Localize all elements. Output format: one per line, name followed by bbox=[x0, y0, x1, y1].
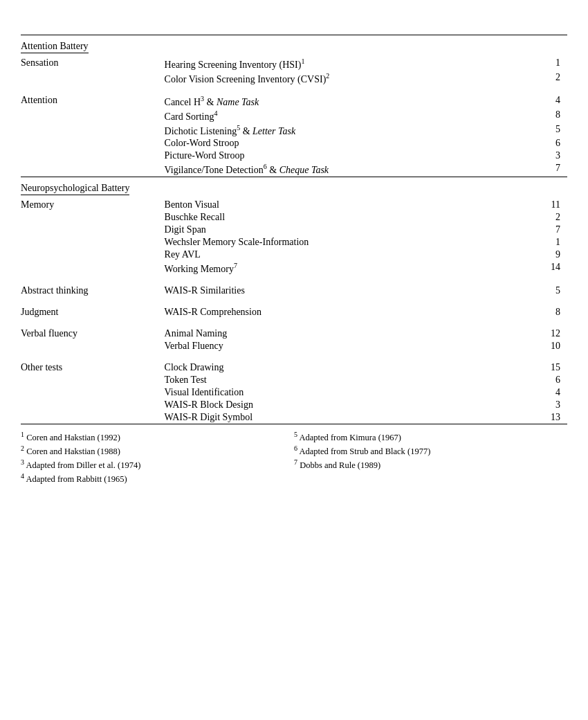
instrument-cell: Working Memory7 bbox=[165, 261, 499, 276]
instrument-cell: WAIS-R Comprehension bbox=[165, 304, 499, 318]
instrument-cell: Dichotic Listening5 & Letter Task bbox=[165, 123, 499, 138]
instrument-cell: Benton Visual bbox=[165, 197, 499, 211]
footnote-right: 5 Adapted from Kimura (1967) bbox=[294, 430, 567, 444]
footnote-row: 2 Coren and Hakstian (1988)6 Adapted fro… bbox=[21, 444, 567, 458]
sequence-cell: 1 bbox=[499, 236, 567, 249]
footnote-right: 6 Adapted from Strub and Black (1977) bbox=[294, 444, 567, 458]
table-row: Buschke Recall2 bbox=[21, 211, 567, 224]
battery-cell: Sensation bbox=[21, 55, 165, 71]
sequence-cell: 10 bbox=[499, 340, 567, 352]
instrument-cell: Card Sorting4 bbox=[165, 109, 499, 123]
instrument-cell: Hearing Screening Inventory (HSI)1 bbox=[165, 55, 499, 71]
section-label: Attention Battery bbox=[21, 41, 89, 53]
sequence-cell: 7 bbox=[499, 162, 567, 177]
sequence-cell: 6 bbox=[499, 374, 567, 386]
table-row: Color Vision Screening Inventory (CVSI)2… bbox=[21, 71, 567, 86]
table-row: Picture-Word Stroop3 bbox=[21, 150, 567, 162]
table-row: Verbal Fluency10 bbox=[21, 340, 567, 352]
sequence-cell: 1 bbox=[499, 55, 567, 71]
instrument-cell: Verbal Fluency bbox=[165, 340, 499, 352]
section-header-row: Neuropsychological Battery bbox=[21, 177, 567, 197]
table-row: Wechsler Memory Scale-Information1 bbox=[21, 236, 567, 249]
table-row: WAIS-R Digit Symbol13 bbox=[21, 411, 567, 424]
sequence-cell: 12 bbox=[499, 325, 567, 340]
battery-cell: Attention bbox=[21, 92, 165, 109]
table-row: Dichotic Listening5 & Letter Task5 bbox=[21, 123, 567, 138]
battery-cell bbox=[21, 399, 165, 411]
table-row: Verbal fluencyAnimal Naming12 bbox=[21, 325, 567, 340]
sequence-cell: 6 bbox=[499, 137, 567, 150]
instrument-cell: Buschke Recall bbox=[165, 211, 499, 224]
battery-cell bbox=[21, 340, 165, 352]
sequence-cell: 3 bbox=[499, 150, 567, 162]
footnote-row: 4 Adapted from Rabbitt (1965) bbox=[21, 471, 567, 485]
sequence-cell: 4 bbox=[499, 386, 567, 399]
battery-cell bbox=[21, 386, 165, 399]
sequence-cell: 5 bbox=[499, 123, 567, 138]
battery-cell: Other tests bbox=[21, 359, 165, 374]
instrument-cell: Token Test bbox=[165, 374, 499, 386]
section-label: Neuropsychological Battery bbox=[21, 183, 129, 195]
battery-cell: Verbal fluency bbox=[21, 325, 165, 340]
sequence-cell: 14 bbox=[499, 261, 567, 276]
instrument-cell: WAIS-R Block Design bbox=[165, 399, 499, 411]
battery-cell bbox=[21, 162, 165, 177]
table-row: Working Memory714 bbox=[21, 261, 567, 276]
battery-cell bbox=[21, 261, 165, 276]
spacer-row bbox=[21, 352, 567, 359]
spacer-row bbox=[21, 318, 567, 325]
footnote-right bbox=[294, 471, 567, 485]
table-row: Abstract thinkingWAIS-R Similarities5 bbox=[21, 282, 567, 297]
header-battery bbox=[21, 21, 165, 35]
instrument-cell: Visual Identification bbox=[165, 386, 499, 399]
battery-cell bbox=[21, 71, 165, 86]
header-instrument bbox=[165, 21, 499, 35]
battery-cell: Memory bbox=[21, 197, 165, 211]
sequence-cell: 5 bbox=[499, 282, 567, 297]
footnote-left: 1 Coren and Hakstian (1992) bbox=[21, 430, 294, 444]
table-row: WAIS-R Block Design3 bbox=[21, 399, 567, 411]
main-table: Attention Battery SensationHearing Scree… bbox=[21, 21, 567, 424]
instrument-cell: Color Vision Screening Inventory (CVSI)2 bbox=[165, 71, 499, 86]
sequence-cell: 11 bbox=[499, 197, 567, 211]
battery-cell bbox=[21, 150, 165, 162]
battery-cell bbox=[21, 411, 165, 424]
battery-cell bbox=[21, 224, 165, 236]
battery-cell bbox=[21, 211, 165, 224]
spacer-row bbox=[21, 297, 567, 304]
battery-cell: Abstract thinking bbox=[21, 282, 165, 297]
instrument-cell: Color-Word Stroop bbox=[165, 137, 499, 150]
battery-cell bbox=[21, 374, 165, 386]
table-row: MemoryBenton Visual11 bbox=[21, 197, 567, 211]
table-row: AttentionCancel H3 & Name Task4 bbox=[21, 92, 567, 109]
instrument-cell: Picture-Word Stroop bbox=[165, 150, 499, 162]
spacer-row bbox=[21, 276, 567, 282]
sequence-cell: 4 bbox=[499, 92, 567, 109]
battery-cell bbox=[21, 137, 165, 150]
table-row: JudgmentWAIS-R Comprehension8 bbox=[21, 304, 567, 318]
footnotes: 1 Coren and Hakstian (1992)5 Adapted fro… bbox=[21, 430, 567, 486]
table-header bbox=[21, 21, 567, 35]
battery-cell bbox=[21, 249, 165, 261]
sequence-cell: 8 bbox=[499, 109, 567, 123]
table-row: Rey AVL9 bbox=[21, 249, 567, 261]
spacer-row bbox=[21, 85, 567, 92]
instrument-cell: Digit Span bbox=[165, 224, 499, 236]
header-sequence bbox=[499, 21, 567, 35]
table-row: SensationHearing Screening Inventory (HS… bbox=[21, 55, 567, 71]
section-header-row: Attention Battery bbox=[21, 35, 567, 55]
sequence-cell: 3 bbox=[499, 399, 567, 411]
footnote-right: 7 Dobbs and Rule (1989) bbox=[294, 458, 567, 471]
instrument-cell: Wechsler Memory Scale-Information bbox=[165, 236, 499, 249]
instrument-cell: Vigilance/Tone Detection6 & Cheque Task bbox=[165, 162, 499, 177]
footnote-row: 3 Adapted from Diller et al. (1974)7 Dob… bbox=[21, 458, 567, 471]
instrument-cell: WAIS-R Digit Symbol bbox=[165, 411, 499, 424]
table-row: Visual Identification4 bbox=[21, 386, 567, 399]
table-row: Color-Word Stroop6 bbox=[21, 137, 567, 150]
sequence-cell: 2 bbox=[499, 71, 567, 86]
table-row: Vigilance/Tone Detection6 & Cheque Task7 bbox=[21, 162, 567, 177]
instrument-cell: Rey AVL bbox=[165, 249, 499, 261]
footnote-row: 1 Coren and Hakstian (1992)5 Adapted fro… bbox=[21, 430, 567, 444]
sequence-cell: 2 bbox=[499, 211, 567, 224]
sequence-cell: 7 bbox=[499, 224, 567, 236]
